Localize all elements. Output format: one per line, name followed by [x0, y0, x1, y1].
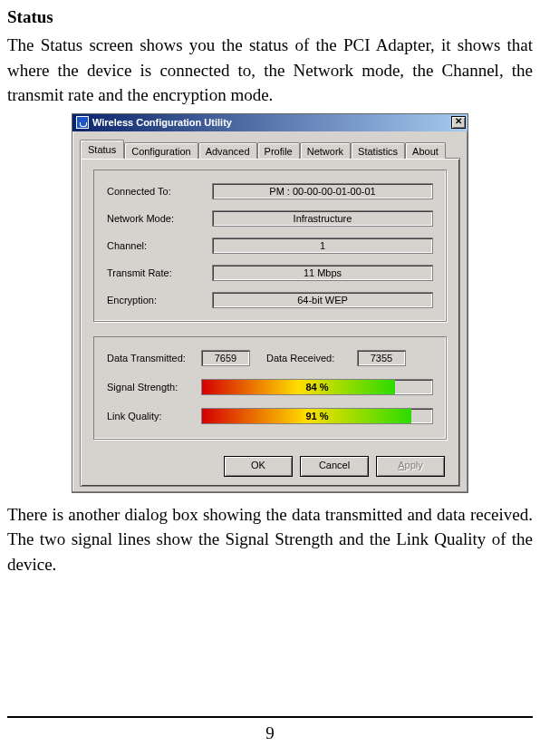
stats-group: Data Transmitted: 7659 Data Received: 73…: [93, 336, 447, 440]
row-encryption: Encryption: 64-bit WEP: [107, 292, 433, 308]
label-transmit-rate: Transmit Rate:: [107, 267, 212, 278]
row-connected-to: Connected To: PM : 00-00-00-01-00-01: [107, 183, 433, 199]
bar-link-text: 91 %: [202, 409, 432, 423]
cancel-button[interactable]: Cancel: [300, 456, 369, 477]
row-link-quality: Link Quality: 91 %: [107, 408, 433, 424]
titlebar: Wireless Configuration Utility ✕: [72, 114, 468, 131]
value-network-mode: Infrastructure: [212, 210, 433, 227]
value-encryption: 64-bit WEP: [212, 292, 433, 308]
outro-paragraph: There is another dialog box showing the …: [7, 502, 533, 577]
bar-link-quality: 91 %: [201, 408, 433, 424]
tab-advanced[interactable]: Advanced: [198, 142, 257, 159]
row-signal-strength: Signal Strength: 84 %: [107, 379, 433, 395]
ok-button[interactable]: OK: [224, 456, 293, 477]
label-data-transmitted: Data Transmitted:: [107, 353, 201, 363]
value-connected-to: PM : 00-00-00-01-00-01: [212, 183, 433, 199]
close-button[interactable]: ✕: [451, 116, 466, 129]
page-footer: 9: [7, 716, 533, 743]
connection-info-group: Connected To: PM : 00-00-00-01-00-01 Net…: [93, 170, 447, 322]
app-icon: [76, 116, 89, 129]
row-channel: Channel: 1: [107, 237, 433, 254]
value-channel: 1: [212, 237, 433, 254]
label-connected-to: Connected To:: [107, 186, 212, 197]
tab-panel-status: Connected To: PM : 00-00-00-01-00-01 Net…: [80, 158, 460, 487]
tab-configuration[interactable]: Configuration: [124, 142, 198, 159]
row-data-counters: Data Transmitted: 7659 Data Received: 73…: [107, 350, 433, 366]
bar-signal-strength: 84 %: [201, 379, 433, 395]
window-title: Wireless Configuration Utility: [92, 117, 232, 128]
tab-status[interactable]: Status: [80, 140, 124, 159]
section-heading: Status: [7, 7, 533, 27]
label-channel: Channel:: [107, 240, 212, 251]
label-encryption: Encryption:: [107, 295, 212, 305]
footer-rule: [7, 716, 533, 718]
close-icon: ✕: [455, 116, 462, 126]
row-network-mode: Network Mode: Infrastructure: [107, 210, 433, 227]
apply-button: Apply: [376, 456, 445, 477]
label-data-received: Data Received:: [266, 353, 357, 363]
tab-network[interactable]: Network: [300, 142, 351, 159]
dialog-window: Wireless Configuration Utility ✕ Status …: [72, 113, 468, 493]
label-network-mode: Network Mode:: [107, 213, 212, 224]
intro-paragraph: The Status screen shows you the status o…: [7, 33, 533, 108]
value-data-transmitted: 7659: [201, 350, 250, 366]
label-link-quality: Link Quality:: [107, 411, 201, 422]
tab-about[interactable]: About: [405, 142, 446, 159]
dialog-button-row: OK Cancel Apply: [93, 454, 447, 477]
tab-strip: Status Configuration Advanced Profile Ne…: [80, 139, 460, 158]
page-number: 9: [7, 723, 533, 743]
label-signal-strength: Signal Strength:: [107, 382, 201, 393]
tab-statistics[interactable]: Statistics: [351, 142, 405, 159]
tab-profile[interactable]: Profile: [257, 142, 300, 159]
bar-signal-text: 84 %: [202, 380, 432, 394]
row-transmit-rate: Transmit Rate: 11 Mbps: [107, 265, 433, 281]
screenshot-figure: Wireless Configuration Utility ✕ Status …: [7, 113, 533, 493]
value-transmit-rate: 11 Mbps: [212, 265, 433, 281]
value-data-received: 7355: [357, 350, 406, 366]
